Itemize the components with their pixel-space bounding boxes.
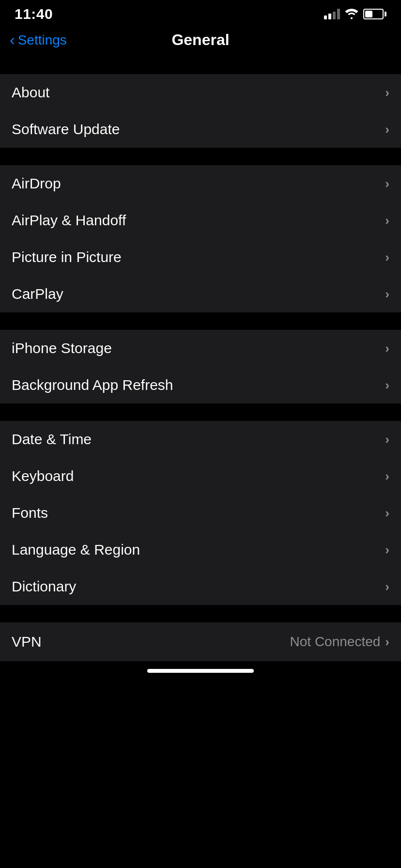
section-gap-2 [0,148,401,165]
fonts-right: › [385,507,389,519]
vpn-chevron-icon: › [385,636,389,648]
software-update-label: Software Update [12,121,120,138]
software-update-right: › [385,123,389,136]
settings-row-airdrop[interactable]: AirDrop › [0,165,401,202]
picture-in-picture-right: › [385,251,389,264]
fonts-chevron-icon: › [385,507,389,519]
status-time: 11:40 [15,6,53,22]
about-chevron-icon: › [385,86,389,99]
status-bar: 11:40 [0,0,401,26]
background-app-refresh-chevron-icon: › [385,379,389,391]
keyboard-chevron-icon: › [385,470,389,482]
settings-group-2: AirDrop › AirPlay & Handoff › Picture in… [0,165,401,312]
about-right: › [385,86,389,99]
back-chevron-icon: ‹ [10,32,15,47]
dictionary-chevron-icon: › [385,580,389,593]
settings-group-1: About › Software Update › [0,74,401,148]
picture-in-picture-chevron-icon: › [385,251,389,264]
background-app-refresh-label: Background App Refresh [12,377,173,393]
iphone-storage-label: iPhone Storage [12,340,112,356]
software-update-chevron-icon: › [385,123,389,136]
language-region-label: Language & Region [12,542,140,558]
about-label: About [12,84,49,101]
home-bar [147,669,254,673]
section-gap-1 [0,57,401,74]
settings-group-4: Date & Time › Keyboard › Fonts › Languag… [0,421,401,605]
iphone-storage-right: › [385,342,389,355]
carplay-right: › [385,288,389,300]
nav-header: ‹ Settings General [0,26,401,57]
background-app-refresh-right: › [385,379,389,391]
date-time-label: Date & Time [12,431,92,448]
airdrop-right: › [385,177,389,190]
settings-row-airplay-handoff[interactable]: AirPlay & Handoff › [0,202,401,239]
settings-row-software-update[interactable]: Software Update › [0,111,401,148]
dictionary-label: Dictionary [12,578,76,595]
status-icons [324,9,386,19]
page-title: General [171,31,229,49]
settings-row-vpn[interactable]: VPN Not Connected › [0,622,401,661]
settings-row-background-app-refresh[interactable]: Background App Refresh › [0,367,401,403]
back-button[interactable]: ‹ Settings [10,32,67,48]
airplay-handoff-right: › [385,214,389,227]
airdrop-chevron-icon: › [385,177,389,190]
signal-icon [324,9,340,19]
settings-row-dictionary[interactable]: Dictionary › [0,568,401,605]
settings-row-iphone-storage[interactable]: iPhone Storage › [0,330,401,367]
carplay-chevron-icon: › [385,288,389,300]
settings-row-language-region[interactable]: Language & Region › [0,531,401,568]
keyboard-right: › [385,470,389,482]
section-gap-3 [0,312,401,330]
fonts-label: Fonts [12,505,48,521]
keyboard-label: Keyboard [12,468,74,484]
picture-in-picture-label: Picture in Picture [12,249,122,265]
settings-row-about[interactable]: About › [0,74,401,111]
date-time-right: › [385,433,389,446]
airdrop-label: AirDrop [12,175,61,192]
vpn-label: VPN [12,634,42,650]
settings-row-date-time[interactable]: Date & Time › [0,421,401,458]
settings-row-keyboard[interactable]: Keyboard › [0,458,401,495]
wifi-icon [345,9,358,19]
settings-row-picture-in-picture[interactable]: Picture in Picture › [0,239,401,276]
settings-row-carplay[interactable]: CarPlay › [0,276,401,312]
vpn-value: Not Connected [290,634,381,650]
home-indicator [0,661,401,678]
date-time-chevron-icon: › [385,433,389,446]
back-label: Settings [18,32,67,48]
vpn-right: Not Connected › [290,634,389,650]
settings-group-3: iPhone Storage › Background App Refresh … [0,330,401,403]
carplay-label: CarPlay [12,286,63,302]
airplay-handoff-chevron-icon: › [385,214,389,227]
section-gap-4 [0,403,401,421]
language-region-chevron-icon: › [385,543,389,556]
language-region-right: › [385,543,389,556]
battery-icon [363,9,386,19]
airplay-handoff-label: AirPlay & Handoff [12,212,126,229]
settings-row-fonts[interactable]: Fonts › [0,495,401,531]
vpn-section: VPN Not Connected › [0,622,401,661]
iphone-storage-chevron-icon: › [385,342,389,355]
dictionary-right: › [385,580,389,593]
